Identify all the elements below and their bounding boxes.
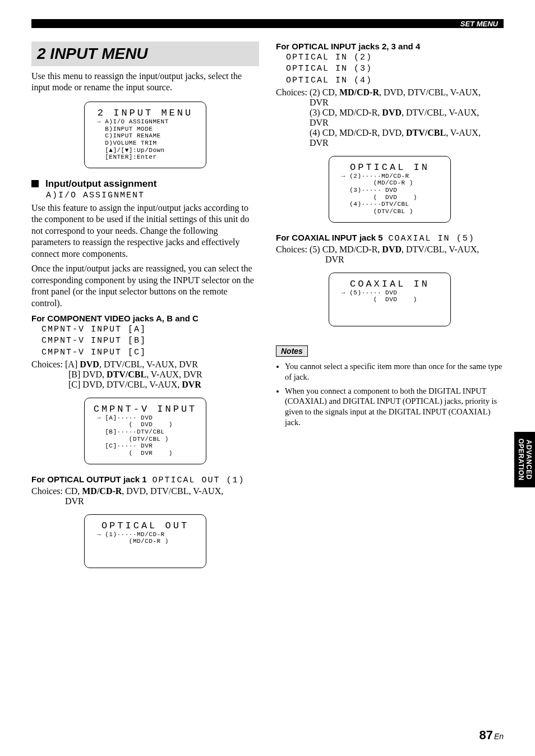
io-paragraph-2: Once the input/output jacks are reassign…: [31, 263, 259, 309]
optical-output-heading-row: For OPTICAL OUTPUT jack 1 OPTICAL OUT (1…: [31, 474, 259, 485]
optical-in-choices: Choices: (2) CD, MD/CD-R, DVD, DTV/CBL, …: [276, 87, 504, 148]
manual-page: SET MENU 2 INPUT MENU Use this menu to r…: [0, 0, 535, 756]
intro-paragraph: Use this menu to reassign the input/outp…: [31, 71, 259, 94]
header-section-label: SET MENU: [460, 20, 498, 28]
optical-output-lcd: OPTICAL OUT (1): [153, 476, 245, 485]
page-number: 87En: [479, 728, 504, 743]
content-columns: 2 INPUT MENU Use this menu to reassign t…: [31, 42, 504, 578]
lcd-panel-coaxial: COAXIAL IN → (5)····· DVD ( DVD ): [329, 273, 451, 326]
lcd-panel-optical-out: OPTICAL OUT → (1)·····MD/CD-R (MD/CD-R ): [84, 514, 206, 568]
component-choices: Choices: [A] DVD, DTV/CBL, V-AUX, DVR [B…: [31, 359, 259, 390]
notes-list: You cannot select a specific item more t…: [276, 361, 504, 428]
optical-input-heading: For OPTICAL INPUT jacks 2, 3 and 4: [276, 42, 504, 51]
lcd-panel-optical-in: OPTICAL IN → (2)·····MD/CD-R (MD/CD-R ) …: [329, 156, 451, 223]
side-tab-advanced-operation: ADVANCED OPERATION: [514, 432, 535, 487]
io-assignment-heading: Input/output assignment: [31, 178, 259, 190]
lcd-panel-input-menu: 2 INPUT MENU → A)I/O ASSIGNMENT B)INPUT …: [84, 102, 206, 168]
coaxial-choices: Choices: (5) CD, MD/CD-R, DVD, DTV/CBL, …: [276, 245, 504, 265]
coaxial-heading-lcd: COAXIAL IN (5): [389, 234, 475, 243]
lcd-title: 2 INPUT MENU: [89, 108, 201, 118]
io-assignment-lcd: A)I/O ASSIGNMENT: [46, 191, 259, 200]
lcd-panel-cmpnt: CMPNT-V INPUT → [A]····· DVD ( DVD ) [B]…: [84, 398, 206, 464]
component-lcd-list: CMPNT-V INPUT [A] CMPNT-V INPUT [B] CMPN…: [41, 324, 259, 358]
coaxial-heading-row: For COAXIAL INPUT jack 5 COAXIAL IN (5): [276, 233, 504, 243]
lcd-title: OPTICAL OUT: [89, 520, 201, 531]
right-column: For OPTICAL INPUT jacks 2, 3 and 4 OPTIC…: [276, 42, 504, 578]
lcd-lines: → (1)·····MD/CD-R (MD/CD-R ): [89, 531, 201, 545]
note-item: When you connect a component to both the…: [285, 386, 504, 428]
component-video-heading: For COMPONENT VIDEO jacks A, B and C: [31, 314, 259, 323]
optical-out-choices: Choices: CD, MD/CD-R, DVD, DTV/CBL, V-AU…: [31, 486, 259, 506]
lcd-title: CMPNT-V INPUT: [89, 404, 201, 414]
left-column: 2 INPUT MENU Use this menu to reassign t…: [31, 42, 259, 578]
square-bullet-icon: [31, 180, 39, 187]
lcd-lines: → (5)····· DVD ( DVD ): [334, 289, 446, 303]
lcd-lines: → [A]····· DVD ( DVD ) [B]·····DTV/CBL (…: [89, 414, 201, 457]
notes-label: Notes: [276, 345, 308, 357]
io-paragraph-1: Use this feature to assign the input/out…: [31, 202, 259, 260]
header-bar: SET MENU: [31, 19, 504, 28]
section-title-box: 2 INPUT MENU: [31, 42, 259, 66]
optical-output-heading: For OPTICAL OUTPUT jack 1: [31, 474, 147, 484]
lcd-title: COAXIAL IN: [334, 279, 446, 289]
note-item: You cannot select a specific item more t…: [285, 361, 504, 382]
lcd-lines: → A)I/O ASSIGNMENT B)INPUT MODE C)INPUT …: [89, 118, 201, 161]
coaxial-heading: For COAXIAL INPUT jack 5: [276, 233, 383, 242]
lcd-lines: → (2)·····MD/CD-R (MD/CD-R ) (3)····· DV…: [334, 173, 446, 215]
optical-in-lcd-list: OPTICAL IN (2) OPTICAL IN (3) OPTICAL IN…: [286, 52, 504, 86]
section-title: 2 INPUT MENU: [37, 45, 148, 62]
lcd-title: OPTICAL IN: [334, 162, 446, 173]
